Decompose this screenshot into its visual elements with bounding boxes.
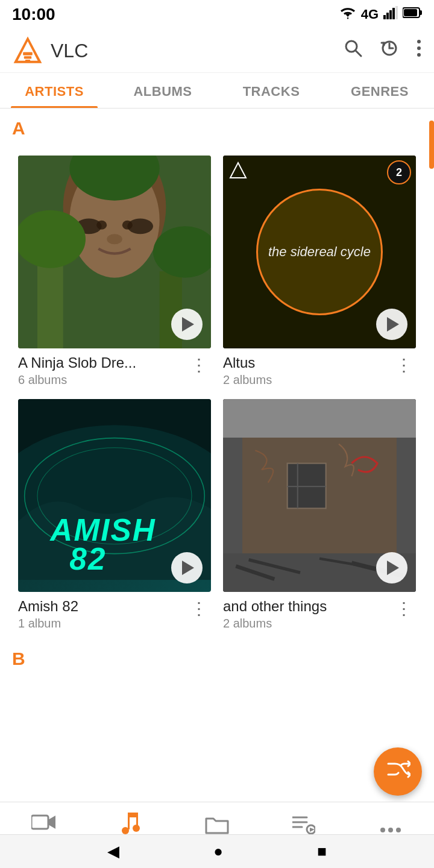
svg-point-29 <box>18 210 86 268</box>
artist-card-altus[interactable]: 2 the sidereal cycle Altus 2 albums <box>217 149 422 393</box>
svg-rect-2 <box>389 10 392 19</box>
artist-thumb-otherthings <box>223 399 416 592</box>
svg-rect-51 <box>31 816 48 829</box>
svg-rect-3 <box>392 8 395 19</box>
artist-albums-ninja: 6 albums <box>18 373 136 387</box>
svg-rect-4 <box>395 6 398 19</box>
tab-bar: ARTISTS ALBUMS TRACKS GENRES <box>0 73 434 108</box>
battery-icon <box>403 7 422 22</box>
artist-name-otherthings: and other things <box>223 598 327 615</box>
artists-grid: A Ninja Slob Dre... 6 albums ⋮ <box>0 143 434 643</box>
svg-rect-1 <box>386 13 389 19</box>
tab-albums[interactable]: ALBUMS <box>108 73 217 108</box>
tab-genres[interactable]: GENRES <box>326 73 434 108</box>
artist-info-ninja: A Ninja Slob Dre... 6 albums ⋮ <box>18 354 211 387</box>
svg-rect-10 <box>23 52 33 55</box>
recents-button[interactable]: ■ <box>317 842 327 861</box>
svg-point-17 <box>417 46 421 50</box>
svg-point-65 <box>396 828 401 832</box>
signal-icon <box>383 6 398 23</box>
home-button[interactable]: ● <box>213 842 223 861</box>
back-button[interactable]: ◀ <box>107 842 119 861</box>
play-btn-amish[interactable] <box>171 552 203 583</box>
svg-rect-11 <box>24 56 31 58</box>
status-bar: 10:00 4G <box>0 0 434 29</box>
artist-albums-altus: 2 albums <box>223 373 272 387</box>
artist-card-ninja[interactable]: A Ninja Slob Dre... 6 albums ⋮ <box>12 149 217 393</box>
app-bar: VLC <box>0 29 434 73</box>
scroll-indicator <box>429 121 434 169</box>
svg-rect-12 <box>25 60 30 61</box>
content: A <box>0 108 434 790</box>
altus-badge: 2 <box>387 160 411 184</box>
artist-albums-otherthings: 2 albums <box>223 617 327 631</box>
artist-name-ninja: A Ninja Slob Dre... <box>18 354 136 371</box>
artist-info-altus: Altus 2 albums ⋮ <box>223 354 416 387</box>
svg-marker-52 <box>48 816 55 829</box>
app-title: VLC <box>51 40 344 62</box>
svg-point-63 <box>380 828 385 832</box>
app-logo <box>12 35 43 66</box>
artist-albums-amish: 1 album <box>18 617 78 631</box>
tab-artists[interactable]: ARTISTS <box>0 73 108 108</box>
network-icon: 4G <box>361 7 379 22</box>
svg-rect-44 <box>288 486 326 487</box>
artist-more-otherthings[interactable]: ⋮ <box>392 598 416 620</box>
status-time: 10:00 <box>12 5 55 24</box>
artist-info-otherthings: and other things 2 albums ⋮ <box>223 598 416 631</box>
svg-rect-50 <box>223 399 416 438</box>
play-btn-altus[interactable] <box>376 309 407 340</box>
svg-point-26 <box>107 234 122 244</box>
artist-more-amish[interactable]: ⋮ <box>187 598 211 620</box>
svg-text:82: 82 <box>69 542 106 576</box>
artist-thumb-amish: AMISH 82 <box>18 399 211 592</box>
artist-info-amish: Amish 82 1 album ⋮ <box>18 598 211 631</box>
svg-rect-57 <box>136 813 138 828</box>
status-icons: 4G <box>339 6 422 23</box>
app-bar-actions <box>344 39 422 63</box>
svg-rect-7 <box>404 9 417 16</box>
history-icon[interactable] <box>380 39 399 63</box>
artist-more-ninja[interactable]: ⋮ <box>187 354 211 376</box>
section-header-b: B <box>0 643 434 669</box>
svg-rect-6 <box>420 10 422 15</box>
artist-name-amish: Amish 82 <box>18 598 78 615</box>
android-nav: ◀ ● ■ <box>0 834 434 868</box>
artist-card-amish[interactable]: AMISH 82 Amish 82 1 album ⋮ <box>12 393 217 637</box>
artist-card-otherthings[interactable]: and other things 2 albums ⋮ <box>217 393 422 637</box>
play-btn-ninja[interactable] <box>171 309 203 340</box>
svg-point-64 <box>388 828 393 832</box>
svg-point-24 <box>96 221 107 230</box>
shuffle-icon <box>385 756 410 787</box>
section-header-a: A <box>0 108 434 143</box>
altus-subtitle: the sidereal cycle <box>259 234 380 269</box>
svg-point-18 <box>417 53 421 57</box>
artist-thumb-ninja <box>18 156 211 348</box>
tab-tracks[interactable]: TRACKS <box>217 73 326 108</box>
play-btn-otherthings[interactable] <box>376 552 407 583</box>
more-vert-icon[interactable] <box>416 39 422 63</box>
search-icon[interactable] <box>344 39 363 63</box>
artist-name-altus: Altus <box>223 354 272 371</box>
artist-more-altus[interactable]: ⋮ <box>392 354 416 376</box>
svg-marker-32 <box>230 163 246 178</box>
wifi-icon <box>339 6 356 23</box>
shuffle-fab[interactable] <box>374 747 422 796</box>
svg-point-25 <box>122 221 133 230</box>
svg-point-16 <box>417 40 421 43</box>
artist-thumb-altus: 2 the sidereal cycle <box>223 156 416 348</box>
svg-rect-0 <box>383 15 386 19</box>
svg-line-14 <box>356 51 361 56</box>
